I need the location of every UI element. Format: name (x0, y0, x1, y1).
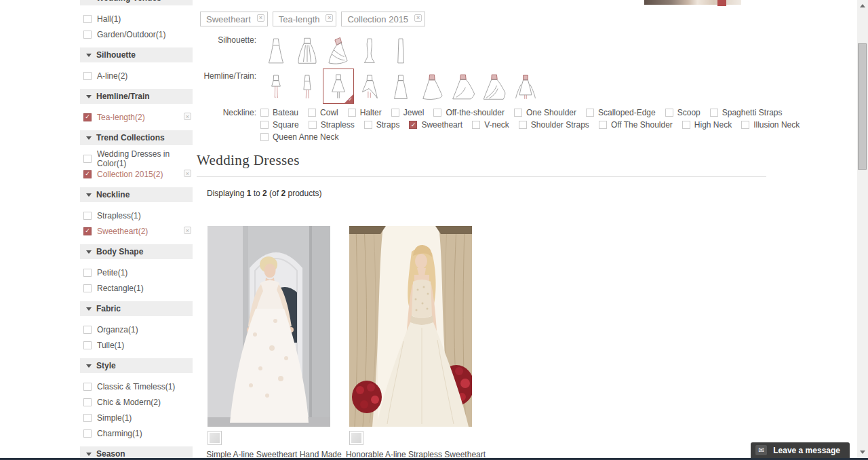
sidebar-section-style[interactable]: Style (80, 358, 193, 373)
filter-tag-tea-length[interactable]: Tea-length (273, 12, 337, 26)
sweep-train-icon[interactable] (416, 69, 448, 104)
chapel-train-icon[interactable] (479, 69, 510, 104)
filter-option-garden-outdoor[interactable]: Garden/Outdoor(1) (80, 26, 193, 42)
neckline-option-strapless[interactable]: Strapless (309, 120, 355, 130)
checkbox-icon[interactable] (665, 109, 673, 117)
mermaid-silhouette-icon[interactable] (354, 33, 385, 68)
checkbox-icon[interactable] (364, 121, 372, 129)
color-swatch[interactable] (208, 431, 222, 445)
filter-option-charming[interactable]: Charming(1) (80, 425, 193, 441)
neckline-option-bateau[interactable]: Bateau (260, 108, 298, 117)
filter-tag-sweetheart[interactable]: Sweetheart (200, 12, 268, 26)
remove-filter-icon[interactable] (184, 227, 191, 234)
remove-filter-icon[interactable] (184, 170, 191, 177)
remove-tag-icon[interactable] (257, 14, 264, 22)
ankle-length-hemline-icon[interactable] (385, 69, 416, 104)
checkbox-checked-icon[interactable] (83, 170, 92, 178)
neckline-option-sweetheart[interactable]: Sweetheart (409, 120, 462, 130)
cathedral-train-icon[interactable] (510, 69, 541, 104)
chat-button[interactable]: Leave a message (751, 442, 850, 458)
filter-option-wedding-dresses-in-color[interactable]: Wedding Dresses in Color(1) (80, 151, 193, 166)
filter-option-organza[interactable]: Organza(1) (80, 322, 193, 337)
checkbox-icon[interactable] (309, 121, 317, 129)
sheath-silhouette-icon[interactable] (385, 33, 416, 68)
sidebar-section-silhouette[interactable]: Silhouette (80, 47, 193, 62)
filter-option-strapless[interactable]: Strapless(1) (80, 208, 193, 223)
filter-option-collection-2015[interactable]: Collection 2015(2) (80, 166, 193, 182)
filter-option-chic-modern[interactable]: Chic & Modern(2) (80, 394, 193, 410)
filter-option-tea-length[interactable]: Tea-length(2) (80, 109, 193, 125)
neckline-option-cowl[interactable]: Cowl (308, 108, 338, 117)
mini-hemline-icon[interactable] (260, 69, 292, 104)
neckline-option-spaghetti-straps[interactable]: Spaghetti Straps (710, 108, 783, 117)
checkbox-icon[interactable] (260, 109, 269, 117)
filter-option-petite[interactable]: Petite(1) (80, 265, 193, 280)
checkbox-icon[interactable] (83, 269, 92, 277)
checkbox-icon[interactable] (710, 109, 718, 117)
checkbox-icon[interactable] (83, 326, 92, 334)
checkbox-icon[interactable] (83, 15, 92, 23)
filter-option-a-line[interactable]: A-line(2) (80, 68, 193, 83)
neckline-option-queen-anne-neck[interactable]: Queen Anne Neck (260, 132, 338, 142)
neckline-option-scalloped-edge[interactable]: Scalloped-Edge (586, 108, 656, 117)
neckline-option-high-neck[interactable]: High Neck (682, 120, 732, 130)
scrollbar-thumb[interactable] (858, 43, 867, 170)
filter-tag-collection-2015[interactable]: Collection 2015 (341, 12, 425, 26)
a-line-silhouette-icon[interactable] (260, 33, 292, 68)
filter-option-classic-timeless[interactable]: Classic & Timeless(1) (80, 379, 193, 394)
sidebar-section-trend-collections[interactable]: Trend Collections (80, 130, 193, 145)
neckline-option-halter[interactable]: Halter (348, 108, 382, 117)
checkbox-icon[interactable] (741, 121, 749, 129)
sidebar-section-body-shape[interactable]: Body Shape (80, 244, 193, 259)
neckline-option-off-the-shoulder[interactable]: Off-the-shoulder (433, 108, 505, 117)
court-train-icon[interactable] (448, 69, 479, 104)
neckline-option-straps[interactable]: Straps (364, 120, 400, 130)
checkbox-icon[interactable] (586, 109, 594, 117)
checkbox-icon[interactable] (348, 109, 356, 117)
sidebar-section-hemline-train[interactable]: Hemline/Train (80, 89, 193, 104)
sidebar-section-wedding-venues[interactable]: Wedding Venues (80, 0, 193, 5)
filter-option-tulle[interactable]: Tulle(1) (80, 337, 193, 353)
neckline-option-scoop[interactable]: Scoop (665, 108, 701, 117)
filter-option-rectangle[interactable]: Rectangle(1) (80, 280, 193, 296)
checkbox-icon[interactable] (472, 121, 480, 129)
checkbox-icon[interactable] (83, 398, 92, 406)
checkbox-icon[interactable] (682, 121, 690, 129)
filter-option-simple[interactable]: Simple(1) (80, 410, 193, 425)
remove-tag-icon[interactable] (414, 14, 422, 22)
filter-option-sweetheart[interactable]: Sweetheart(2) (80, 223, 193, 239)
product-image[interactable] (349, 226, 472, 427)
vertical-scrollbar[interactable] (857, 0, 868, 458)
tea-length-hemline-icon-selected[interactable] (323, 69, 354, 104)
remove-filter-icon[interactable] (184, 113, 191, 120)
neckline-option-jewel[interactable]: Jewel (391, 108, 425, 117)
sidebar-section-neckline[interactable]: Neckline (80, 187, 193, 202)
checkbox-icon[interactable] (83, 72, 92, 80)
checkbox-icon[interactable] (391, 109, 399, 117)
sidebar-section-fabric[interactable]: Fabric (80, 301, 193, 316)
checkbox-icon[interactable] (83, 284, 92, 292)
neckline-option-off-the-shoulder-2[interactable]: Off The Shoulder (599, 120, 673, 130)
neckline-option-shoulder-straps[interactable]: Shoulder Straps (519, 120, 589, 130)
checkbox-checked-icon[interactable] (409, 121, 417, 129)
remove-tag-icon[interactable] (326, 14, 333, 22)
neckline-option-one-shoulder[interactable]: One Shoulder (514, 108, 576, 117)
checkbox-icon[interactable] (260, 121, 269, 129)
checkbox-icon[interactable] (599, 121, 607, 129)
checkbox-icon[interactable] (83, 155, 92, 163)
scroll-down-icon[interactable] (860, 451, 865, 454)
ball-gown-silhouette-icon[interactable] (292, 33, 323, 68)
neckline-option-v-neck[interactable]: V-neck (472, 120, 509, 130)
neckline-option-square[interactable]: Square (260, 120, 299, 130)
checkbox-icon[interactable] (83, 31, 92, 39)
draped-ball-gown-silhouette-icon[interactable] (323, 33, 354, 68)
checkbox-checked-icon[interactable] (83, 113, 92, 121)
checkbox-icon[interactable] (519, 121, 527, 129)
checkbox-icon[interactable] (514, 109, 522, 117)
checkbox-icon[interactable] (83, 383, 92, 391)
scroll-up-icon[interactable] (860, 4, 865, 7)
filter-option-hall[interactable]: Hall(1) (80, 11, 193, 26)
neckline-option-illusion-neck[interactable]: Illusion Neck (741, 120, 800, 130)
checkbox-icon[interactable] (83, 429, 92, 438)
color-swatch[interactable] (349, 431, 363, 445)
